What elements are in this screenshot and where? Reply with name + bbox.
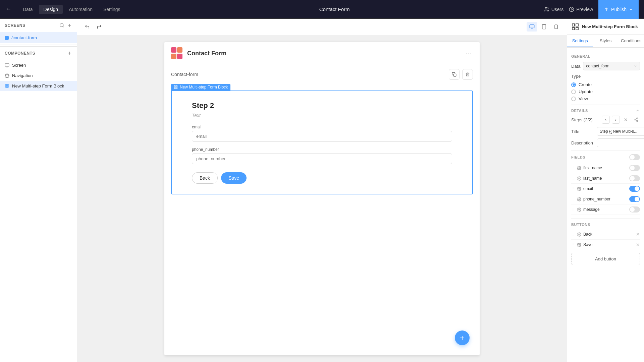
settings-icon-save-btn[interactable]	[577, 243, 581, 247]
fields-global-toggle[interactable]	[629, 154, 640, 160]
step-prev-button[interactable]: ‹	[602, 116, 610, 124]
block-label-text: New Multi-step Form Block	[180, 85, 228, 89]
form-more-button[interactable]: ⋯	[466, 50, 473, 57]
preview-button[interactable]: Preview	[569, 7, 593, 12]
drag-handle-save-btn[interactable]: ⋮	[571, 243, 575, 247]
undo-button[interactable]	[83, 22, 92, 32]
step-delete-button[interactable]: ✕	[622, 116, 630, 124]
data-select[interactable]: contact_form	[583, 62, 640, 70]
tab-settings[interactable]: Settings	[99, 5, 125, 14]
description-field-label: Description	[571, 140, 595, 145]
main-layout: Screens /contact-form Components Screen …	[0, 19, 644, 362]
save-form-button[interactable]: Save	[221, 172, 247, 184]
delete-button[interactable]	[462, 69, 473, 80]
toggle-lastname[interactable]	[629, 175, 640, 181]
canvas-scroll[interactable]: Contact Form ⋯ Contact-form	[77, 35, 567, 362]
type-prop-label: Type	[571, 74, 581, 79]
drag-handle-back-btn[interactable]: ⋮	[571, 232, 575, 237]
duplicate-button[interactable]	[449, 69, 460, 80]
radio-update-dot	[571, 89, 576, 94]
screens-label: Screens	[5, 23, 25, 28]
back-form-button[interactable]: Back	[192, 172, 218, 184]
canvas-toolbar	[77, 19, 567, 35]
users-button[interactable]: Users	[544, 7, 564, 12]
users-icon	[544, 7, 549, 12]
add-component-icon[interactable]	[67, 51, 72, 56]
component-multi-step-form[interactable]: New Multi-step Form Block	[0, 81, 77, 91]
tab-data[interactable]: Data	[18, 5, 38, 14]
step-title: Step 2	[192, 101, 452, 110]
svg-rect-29	[176, 87, 177, 89]
type-create[interactable]: Create	[571, 82, 640, 87]
phone-field-label: phone_number	[192, 147, 452, 152]
publish-button[interactable]: Publish	[598, 0, 639, 19]
phone-input[interactable]	[192, 153, 452, 164]
steps-prop-label: Steps (2/2)	[571, 117, 593, 122]
type-update[interactable]: Update	[571, 89, 640, 94]
email-input[interactable]	[192, 131, 452, 142]
field-item-email: ⋮ email	[571, 184, 640, 194]
preview-label: Preview	[576, 7, 593, 12]
settings-icon-back-btn[interactable]	[577, 232, 581, 237]
settings-icon-lastname[interactable]	[577, 176, 581, 181]
sidebar-item-contact-form[interactable]: /contact-form	[0, 32, 77, 43]
form-title: Contact Form	[187, 50, 226, 57]
settings-icon-email[interactable]	[577, 187, 581, 191]
tab-styles[interactable]: Styles	[593, 35, 618, 47]
components-label: Components	[5, 51, 35, 56]
toggle-message[interactable]	[629, 206, 640, 213]
tab-design[interactable]: Design	[39, 5, 63, 14]
back-button[interactable]: ←	[5, 6, 11, 13]
form-logo	[171, 47, 183, 59]
drag-handle-phone[interactable]: ⋮	[571, 197, 575, 201]
redo-button[interactable]	[95, 22, 104, 32]
tablet-view-button[interactable]	[539, 22, 549, 32]
svg-line-37	[635, 120, 637, 121]
form-sub-title: Contact-form	[171, 72, 198, 77]
logo-square-orange	[177, 47, 182, 53]
component-navigation[interactable]: Navigation	[0, 70, 77, 81]
add-button-row[interactable]: Add button	[571, 253, 640, 265]
svg-point-36	[637, 120, 638, 122]
top-navigation: ← Data Design Automation Settings Contac…	[0, 0, 644, 19]
toggle-email[interactable]	[629, 186, 640, 192]
search-icon[interactable]	[59, 23, 64, 28]
title-input[interactable]	[597, 127, 644, 136]
step-share-button[interactable]	[632, 116, 640, 124]
drag-handle-message[interactable]: ⋮	[571, 207, 575, 212]
settings-icon-phone[interactable]	[577, 197, 581, 201]
type-view[interactable]: View	[571, 96, 640, 101]
field-name-email: email	[583, 186, 627, 191]
svg-point-39	[579, 167, 580, 168]
drag-handle-lastname[interactable]: ⋮	[571, 176, 575, 181]
field-item-lastname: ⋮ last_name	[571, 173, 640, 184]
collapse-icon[interactable]	[635, 108, 640, 113]
remove-back-button[interactable]: ✕	[636, 232, 640, 237]
add-button-label: Add button	[595, 256, 616, 261]
description-input[interactable]	[597, 138, 644, 147]
field-item-phone: ⋮ phone_number	[571, 194, 640, 204]
drag-handle-email[interactable]: ⋮	[571, 187, 575, 191]
desktop-view-button[interactable]	[527, 22, 537, 32]
component-screen[interactable]: Screen	[0, 60, 77, 70]
tab-conditions[interactable]: Conditions	[619, 35, 644, 47]
fab-button[interactable]: +	[455, 330, 470, 345]
settings-icon-firstname[interactable]	[577, 166, 581, 170]
block-label[interactable]: New Multi-step Form Block	[171, 84, 230, 90]
drag-handle-firstname[interactable]: ⋮	[571, 166, 575, 170]
toggle-firstname[interactable]	[629, 165, 640, 171]
steps-row: Steps (2/2) ‹ › ✕	[571, 116, 640, 124]
tab-automation[interactable]: Automation	[64, 5, 97, 14]
form-sub-header: Contact-form	[164, 65, 480, 84]
remove-save-button[interactable]: ✕	[636, 242, 640, 247]
add-screen-icon[interactable]	[67, 23, 72, 28]
mobile-view-button[interactable]	[551, 22, 561, 32]
users-label: Users	[551, 7, 564, 12]
step-next-button[interactable]: ›	[612, 116, 620, 124]
tab-settings[interactable]: Settings	[567, 35, 593, 47]
logo-square-pink	[171, 47, 176, 53]
settings-icon-message[interactable]	[577, 207, 581, 212]
right-tabs: Settings Styles Conditions	[567, 35, 644, 48]
toggle-phone[interactable]	[629, 196, 640, 202]
preview-icon	[569, 7, 574, 12]
